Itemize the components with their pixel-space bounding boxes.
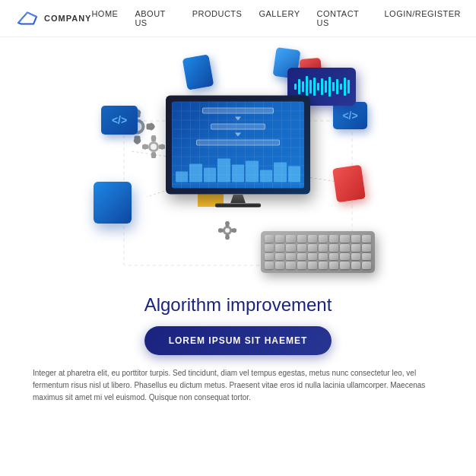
nav-about[interactable]: ABOUT US [135, 9, 175, 27]
key [275, 244, 284, 252]
key [362, 244, 371, 252]
key [329, 253, 338, 261]
monitor-base [215, 204, 261, 208]
key [297, 253, 306, 261]
blue-float-1 [182, 54, 214, 90]
key [362, 262, 371, 269]
key [297, 244, 306, 252]
flow-box-2 [211, 124, 265, 130]
keyboard [261, 231, 375, 273]
flow-box-3 [196, 140, 281, 146]
key [362, 235, 371, 243]
key [362, 253, 371, 261]
key [340, 262, 349, 269]
red-float-2 [332, 165, 366, 203]
key [319, 262, 328, 269]
monitor [166, 96, 310, 214]
key [275, 253, 284, 261]
description-text: Integer at pharetra elit, eu porttitor t… [33, 367, 443, 404]
key [297, 235, 306, 243]
key [275, 262, 284, 269]
key [329, 235, 338, 243]
illustration: </> </> [78, 45, 398, 288]
key [265, 244, 274, 252]
nav-products[interactable]: PRODUCTS [192, 9, 243, 27]
key [308, 235, 317, 243]
key [319, 253, 328, 261]
logo: COMPANY [15, 11, 91, 26]
svg-point-18 [151, 144, 157, 150]
logo-icon [15, 11, 40, 26]
main-title: Algorithm improvement [33, 294, 443, 316]
navigation: HOME ABOUT US PRODUCTS GALLERY CONTACT U… [91, 9, 461, 27]
key [275, 235, 284, 243]
blue-big-float [94, 182, 132, 224]
key [329, 244, 338, 252]
screen-flow [178, 108, 298, 146]
svg-marker-0 [18, 12, 36, 24]
key [308, 244, 317, 252]
nav-login[interactable]: LOGIN/REGISTER [384, 9, 461, 27]
key [319, 235, 328, 243]
key [351, 244, 360, 252]
gear-small-1-icon [215, 218, 240, 243]
flow-arrow-2 [235, 133, 241, 137]
header: COMPANY HOME ABOUT US PRODUCTS GALLERY C… [0, 0, 476, 37]
key [351, 253, 360, 261]
svg-point-28 [225, 228, 230, 233]
key [265, 253, 274, 261]
key [351, 262, 360, 269]
text-section: Algorithm improvement LOREM IPSUM SIT HA… [33, 294, 443, 404]
cta-button[interactable]: LOREM IPSUM SIT HAEMET [144, 326, 332, 355]
monitor-screen [172, 102, 304, 189]
key [286, 235, 295, 243]
key [308, 262, 317, 269]
key [329, 262, 338, 269]
code-tag-right: </> [333, 102, 367, 129]
monitor-stand [230, 195, 246, 204]
key [319, 244, 328, 252]
key [340, 253, 349, 261]
flow-arrow-1 [235, 117, 241, 121]
screen-chart [176, 156, 300, 182]
monitor-body [166, 96, 310, 195]
flow-box-1 [202, 108, 274, 114]
nav-contact[interactable]: CONTACT US [316, 9, 367, 27]
key [351, 235, 360, 243]
nav-home[interactable]: HOME [91, 9, 118, 27]
key [265, 262, 274, 269]
key [286, 262, 295, 269]
key [286, 244, 295, 252]
gear-medium-icon [139, 132, 168, 161]
key [286, 253, 295, 261]
logo-text: COMPANY [44, 14, 91, 23]
key [297, 262, 306, 269]
key [265, 235, 274, 243]
key [308, 253, 317, 261]
waveform [294, 75, 350, 98]
key [340, 244, 349, 252]
main-content: </> </> [0, 37, 476, 419]
key [340, 235, 349, 243]
code-tag-left: </> [101, 106, 138, 135]
nav-gallery[interactable]: GALLERY [259, 9, 300, 27]
